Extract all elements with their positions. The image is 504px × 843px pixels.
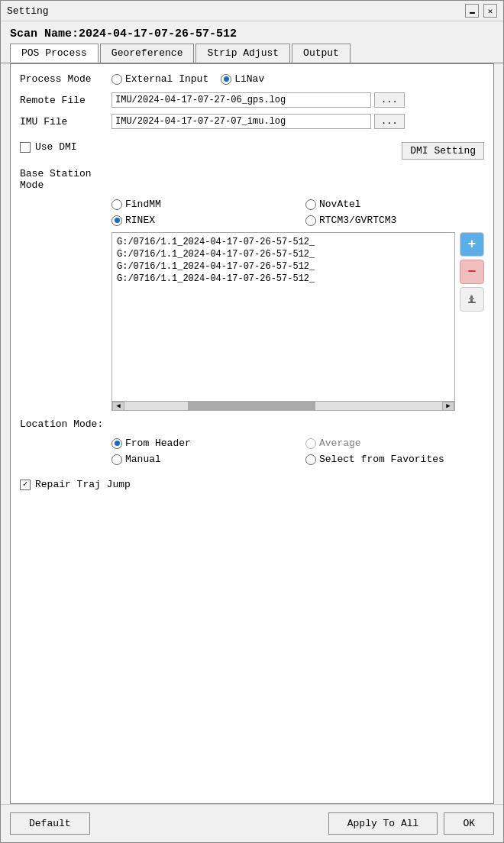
scrollbar-thumb[interactable] xyxy=(188,402,315,411)
remove-file-button[interactable]: − xyxy=(460,260,484,284)
imu-file-row: IMU File ... xyxy=(20,114,484,129)
remote-file-browse-button[interactable]: ... xyxy=(374,92,405,108)
file-list-side-buttons: + − xyxy=(460,232,484,411)
window-title: Setting xyxy=(7,5,49,17)
close-button[interactable]: ✕ xyxy=(483,4,497,18)
radio-circle-novotel xyxy=(305,199,316,210)
tab-georeference[interactable]: Georeference xyxy=(100,44,195,63)
radio-linav[interactable]: LiNav xyxy=(221,73,264,85)
imu-file-label: IMU File xyxy=(20,116,111,128)
radio-manual[interactable]: Manual xyxy=(111,454,290,465)
radio-select-favorites[interactable]: Select from Favorites xyxy=(305,454,484,465)
imu-file-input[interactable] xyxy=(111,114,371,129)
radio-external-input[interactable]: External Input xyxy=(111,73,208,85)
radio-label-linav: LiNav xyxy=(234,73,264,85)
radio-circle-rtcm3 xyxy=(305,215,316,226)
tab-output[interactable]: Output xyxy=(292,44,351,63)
add-file-button[interactable]: + xyxy=(460,232,484,257)
close-icon: ✕ xyxy=(488,6,493,16)
horizontal-scrollbar: ◀ ▶ xyxy=(112,401,454,410)
radio-average: Average xyxy=(305,438,484,449)
base-station-radios: FindMM NovAtel RINEX RTCM3/GVRTCM3 xyxy=(111,199,484,226)
base-station-label-row: Base Station Mode xyxy=(20,168,484,191)
file-list-container: G:/0716/1.1_2024-04-17-07-26-57-512_ G:/… xyxy=(111,232,455,411)
radio-label-rtcm3: RTCM3/GVRTCM3 xyxy=(319,215,396,226)
tabs-bar: POS Process Georeference Strip Adjust Ou… xyxy=(1,44,503,63)
radio-circle-manual xyxy=(111,454,122,465)
base-station-label: Base Station Mode xyxy=(20,168,111,191)
radio-label-findmm: FindMM xyxy=(125,199,161,210)
scrollbar-track xyxy=(124,402,442,411)
file-list-wrapper: G:/0716/1.1_2024-04-17-07-26-57-512_ G:/… xyxy=(111,232,484,411)
radio-circle-select-favorites xyxy=(305,454,316,465)
pin-icon: 🗕 xyxy=(468,6,477,16)
use-dmi-checkbox[interactable] xyxy=(20,142,31,153)
title-bar-buttons: 🗕 ✕ xyxy=(465,4,497,18)
footer: Default Apply To All OK xyxy=(1,804,503,842)
radio-circle-average xyxy=(305,438,316,449)
remote-file-input[interactable] xyxy=(111,92,371,108)
radio-label-select-favorites: Select from Favorites xyxy=(319,454,444,465)
pin-button[interactable]: 🗕 xyxy=(465,4,479,18)
apply-to-all-button[interactable]: Apply To All xyxy=(328,812,438,835)
scroll-right-button[interactable]: ▶ xyxy=(442,402,454,411)
radio-circle-external-input xyxy=(111,74,122,85)
use-dmi-checkbox-row: Use DMI xyxy=(20,141,77,153)
tab-pos-process[interactable]: POS Process xyxy=(10,44,99,63)
main-content: Process Mode External Input LiNav Remote… xyxy=(10,63,494,804)
radio-rtcm3[interactable]: RTCM3/GVRTCM3 xyxy=(305,215,484,226)
list-item[interactable]: G:/0716/1.1_2024-04-17-07-26-57-512_ xyxy=(115,248,451,260)
radio-label-rinex: RINEX xyxy=(125,215,155,226)
title-bar: Setting 🗕 ✕ xyxy=(1,1,503,21)
process-mode-row: Process Mode External Input LiNav xyxy=(20,73,484,85)
scroll-left-button[interactable]: ◀ xyxy=(112,402,124,411)
dmi-row: Use DMI DMI Setting xyxy=(20,141,484,160)
repair-traj-jump-label: Repair Traj Jump xyxy=(35,479,131,490)
scan-name-value: 2024-04-17-07-26-57-512 xyxy=(79,27,237,40)
radio-label-external-input: External Input xyxy=(125,73,208,85)
repair-traj-jump-row: Repair Traj Jump xyxy=(20,479,484,490)
scan-name-label: Scan Name: xyxy=(10,27,79,40)
remote-file-label: Remote File xyxy=(20,95,111,106)
list-item[interactable]: G:/0716/1.1_2024-04-17-07-26-57-512_ xyxy=(115,260,451,273)
location-mode-label-row: Location Mode: xyxy=(20,418,484,430)
svg-rect-2 xyxy=(469,298,474,299)
radio-rinex[interactable]: RINEX xyxy=(111,215,290,226)
radio-circle-from-header xyxy=(111,438,122,449)
process-mode-options: External Input LiNav xyxy=(111,73,264,85)
location-mode-radios: From Header Average Manual Select from F… xyxy=(111,438,484,465)
setting-window: Setting 🗕 ✕ Scan Name:2024-04-17-07-26-5… xyxy=(0,0,504,843)
base-station-section: Base Station Mode FindMM NovAtel RINEX xyxy=(20,168,484,411)
radio-novotel[interactable]: NovAtel xyxy=(305,199,484,210)
dmi-setting-button[interactable]: DMI Setting xyxy=(402,142,484,160)
default-button[interactable]: Default xyxy=(10,812,90,835)
radio-label-average: Average xyxy=(319,438,361,449)
radio-label-novotel: NovAtel xyxy=(319,199,361,210)
broom-icon xyxy=(465,292,479,306)
list-item[interactable]: G:/0716/1.1_2024-04-17-07-26-57-512_ xyxy=(115,236,451,248)
process-mode-label: Process Mode xyxy=(20,73,111,85)
radio-circle-linav xyxy=(221,74,231,85)
radio-label-from-header: From Header xyxy=(125,438,191,449)
radio-circle-findmm xyxy=(111,199,122,210)
tab-strip-adjust[interactable]: Strip Adjust xyxy=(195,44,290,63)
clear-files-button[interactable] xyxy=(460,287,484,312)
scan-name-heading: Scan Name:2024-04-17-07-26-57-512 xyxy=(1,21,503,44)
use-dmi-label: Use DMI xyxy=(35,141,77,153)
list-item[interactable]: G:/0716/1.1_2024-04-17-07-26-57-512_ xyxy=(115,273,451,285)
location-mode-label: Location Mode: xyxy=(20,418,111,430)
repair-traj-jump-checkbox[interactable] xyxy=(20,480,31,490)
footer-right-buttons: Apply To All OK xyxy=(328,812,494,835)
remote-file-row: Remote File ... xyxy=(20,92,484,108)
file-list: G:/0716/1.1_2024-04-17-07-26-57-512_ G:/… xyxy=(112,233,454,401)
radio-label-manual: Manual xyxy=(125,454,161,465)
radio-from-header[interactable]: From Header xyxy=(111,438,290,449)
location-mode-section: Location Mode: From Header Average Manua… xyxy=(20,418,484,465)
ok-button[interactable]: OK xyxy=(444,812,494,835)
imu-file-browse-button[interactable]: ... xyxy=(374,114,405,129)
radio-findmm[interactable]: FindMM xyxy=(111,199,290,210)
radio-circle-rinex xyxy=(111,215,122,226)
